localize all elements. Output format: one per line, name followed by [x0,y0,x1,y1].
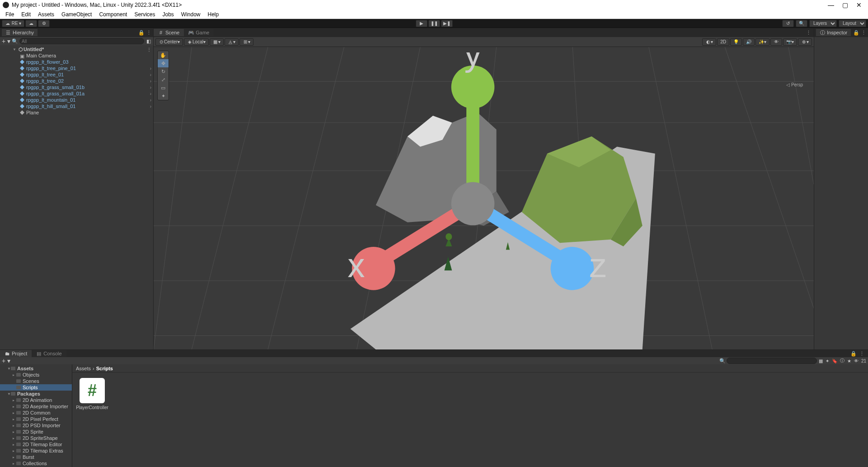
draw-mode-dropdown[interactable]: ◐▾ [702,38,716,46]
menu-window[interactable]: Window [178,10,204,19]
project-folder[interactable]: ▸Collections [0,460,72,467]
handle-rotation-dropdown[interactable]: ◈Local ▾ [184,38,209,46]
projection-label[interactable]: ◁ Persp [786,82,803,87]
project-folder[interactable]: ▸2D Tilemap Editor [0,441,72,448]
minimize-icon[interactable]: — [828,1,834,9]
expand-icon[interactable]: › [150,85,151,90]
project-search-input[interactable] [727,358,817,364]
menu-jobs[interactable]: Jobs [159,10,177,19]
project-folder[interactable]: ▸2D Aseprite Importer [0,403,72,410]
project-folder-packages[interactable]: ▼Packages [0,391,72,397]
save-search-icon[interactable]: 🔖 [832,359,837,363]
breadcrumb-item[interactable]: Assets [76,366,91,371]
expand-icon[interactable]: › [150,72,151,77]
context-menu-icon[interactable]: ⋮ [861,30,866,36]
create-dropdown[interactable]: + ▾ [2,38,10,45]
scene-viewport[interactable]: ✋ ✥ ↻ ⤢ ▭ ✦ y x z ◁ Persp [154,47,814,349]
favorite-icon[interactable]: ★ [847,359,851,363]
project-folder[interactable]: Scenes [0,378,72,384]
lock-icon[interactable]: 🔒 [853,30,859,36]
layout-dropdown[interactable]: Layout [839,20,866,27]
context-menu-icon[interactable]: ⋮ [859,351,864,357]
expand-icon[interactable]: ▼ [7,367,11,371]
settings-button[interactable]: ⚙ [38,20,50,27]
expand-icon[interactable]: › [150,91,151,96]
menu-assets[interactable]: Assets [34,10,58,19]
menu-services[interactable]: Services [131,10,159,19]
scene-filter-icon[interactable]: ◧ [146,38,151,44]
hidden-icon[interactable]: 👁 [854,359,859,363]
project-folder[interactable]: ▸2D Tilemap Extras [0,448,72,454]
hierarchy-item[interactable]: rpgpp_lt_mountain_01› [0,97,153,103]
menu-gameobject[interactable]: GameObject [58,10,95,19]
maximize-icon[interactable]: ▢ [842,1,848,9]
breadcrumb[interactable]: Assets › Scripts [72,364,868,373]
hierarchy-item[interactable]: rpgpp_lt_grass_small_01b› [0,84,153,90]
filter-by-type-icon[interactable]: ▦ [819,359,823,363]
search-button[interactable]: 🔍 [796,20,807,27]
project-tree[interactable]: ▼Assets ▸Objects Scenes Scripts ▼Package… [0,364,72,467]
console-tab[interactable]: ▤Console [32,350,66,357]
menu-help[interactable]: Help [204,10,223,19]
project-folder-assets[interactable]: ▼Assets [0,365,72,372]
play-button[interactable]: ▶ [416,20,427,27]
scene-tab[interactable]: #Scene [154,29,184,36]
expand-icon[interactable]: › [150,66,151,71]
layers-dropdown[interactable]: Layers [809,20,837,27]
audio-toggle[interactable]: 🔊 [743,38,755,46]
expand-icon[interactable]: ▼ [7,392,11,396]
menu-edit[interactable]: Edit [18,10,34,19]
pivot-mode-dropdown[interactable]: ⊙Center ▾ [155,38,183,46]
hierarchy-scene-root[interactable]: ▼ ⬡ Untitled* ⋮ [0,46,153,52]
fx-toggle[interactable]: ✨▾ [755,38,769,46]
close-icon[interactable]: ✕ [856,1,862,9]
orientation-gizmo[interactable]: y x z [154,52,803,349]
menu-component[interactable]: Component [95,10,131,19]
project-folder[interactable]: ▸2D Sprite [0,429,72,435]
breadcrumb-item[interactable]: Scripts [96,366,113,371]
step-button[interactable]: ▶❚ [441,20,453,27]
expand-icon[interactable]: › [150,98,151,103]
cloud-button[interactable]: ☁ [25,20,37,27]
hierarchy-item[interactable]: rpgpp_lt_flower_03 [0,59,153,65]
expand-icon[interactable]: ▼ [13,47,17,52]
lighting-toggle[interactable]: 💡 [730,38,742,46]
expand-icon[interactable]: › [150,79,151,84]
hierarchy-tree[interactable]: ▼ ⬡ Untitled* ⋮ ▣Main Camera rpgpp_lt_fl… [0,45,153,349]
hierarchy-item[interactable]: ▣Main Camera [0,52,153,59]
file-grid[interactable]: # PlayerController [72,373,868,467]
project-folder[interactable]: ▸Objects [0,372,72,378]
hierarchy-item[interactable]: rpgpp_lt_tree_01› [0,71,153,78]
lock-icon[interactable]: 🔒 [850,351,857,357]
game-tab[interactable]: 🎮Game [184,29,214,36]
project-folder[interactable]: ▸2D SpriteShape [0,435,72,441]
account-dropdown[interactable]: ☁ RE ▾ [2,20,24,27]
project-folder[interactable]: ▸2D PSD Importer [0,422,72,429]
context-menu-icon[interactable]: ⋮ [146,30,151,36]
hierarchy-item[interactable]: rpgpp_lt_tree_pine_01› [0,65,153,71]
increment-snap-button[interactable]: ⊞▾ [239,38,253,46]
project-folder[interactable]: ▸2D Animation [0,397,72,403]
pause-button[interactable]: ❚❚ [428,20,440,27]
inspector-tab[interactable]: ⓘInspector [816,29,851,36]
hierarchy-item[interactable]: rpgpp_lt_tree_02› [0,78,153,84]
info-icon[interactable]: ⓘ [840,358,845,364]
expand-icon[interactable]: › [150,104,151,109]
hierarchy-tab[interactable]: ☰Hierarchy [2,29,38,36]
create-dropdown[interactable]: + ▾ [2,357,10,364]
project-tab[interactable]: 🖿Project [0,350,32,357]
scene-visibility-toggle[interactable]: 👁 [770,38,782,46]
undo-history-button[interactable]: ↺ [782,20,794,27]
project-folder-scripts[interactable]: Scripts [0,384,72,391]
lock-icon[interactable]: 🔒 [138,30,145,36]
file-item-script[interactable]: # PlayerController [78,378,107,410]
context-menu-icon[interactable]: ⋮ [147,47,151,52]
hierarchy-item[interactable]: Plane [0,109,153,116]
grid-snap-button[interactable]: ▦▾ [210,38,224,46]
menu-file[interactable]: File [2,10,18,19]
camera-dropdown[interactable]: 📷▾ [783,38,797,46]
hierarchy-item[interactable]: rpgpp_lt_grass_small_01a› [0,90,153,97]
2d-toggle[interactable]: 2D [717,38,729,46]
hierarchy-search-input[interactable] [19,38,144,44]
snap-button[interactable]: ◬▾ [225,38,239,46]
